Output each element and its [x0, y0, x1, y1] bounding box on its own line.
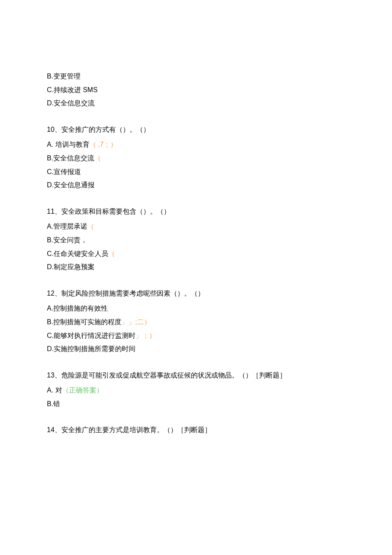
- option-row: D.安全信息通报: [47, 180, 345, 191]
- option-prefix: B.: [47, 400, 53, 407]
- document-page: B.变更管理C.持续改进 SMSD.安全信息交流10、安全推广的方式有（）。（）…: [0, 0, 392, 555]
- option-text: 实施控制措施所需要的时间: [54, 345, 135, 352]
- question-text: 11、安全政策和目标需要包含（）。（）: [47, 206, 345, 217]
- question-label: 10、安全推广的方式有（）。（）: [47, 126, 150, 133]
- question-label: 14、安全推广的主要方式是培训教育。（）［判断题］: [47, 426, 211, 433]
- option-prefix: B.: [47, 154, 53, 162]
- option-text: 管理层承诺: [53, 223, 87, 230]
- option-prefix: D.: [47, 263, 54, 270]
- option-prefix: C.: [47, 250, 54, 257]
- option-row: B.安全信息交流（: [47, 153, 345, 164]
- option-row: B.错: [47, 398, 345, 410]
- option-row: B.安全问责，: [47, 235, 345, 246]
- option-text: 安全问责，: [53, 236, 87, 244]
- option-text: 控制措施的有效性: [53, 305, 108, 312]
- option-row: D.实施控制措施所需要的时间: [47, 343, 345, 355]
- option-row: D.安全信息交流: [47, 98, 345, 109]
- question-text: 12、制定风险控制措施需要考虑呢些因素（）。（）: [47, 288, 345, 299]
- option-text: 错: [53, 400, 60, 407]
- option-text: 安全信息交流: [53, 154, 94, 162]
- option-prefix: A.: [47, 141, 55, 148]
- option-row: A.控制措施的有效性: [47, 303, 345, 314]
- question-text: 13、危险源是可能引发或促成航空器事故或征候的状况或物品。（）［判断题］: [47, 370, 345, 381]
- content-container: B.变更管理C.持续改进 SMSD.安全信息交流10、安全推广的方式有（）。（）…: [47, 71, 345, 436]
- option-prefix: A.: [47, 223, 53, 230]
- option-row: A.管理层承诺（: [47, 221, 345, 232]
- question-label: 11、安全政策和目标需要包含（）。（）: [47, 208, 170, 215]
- option-row: B.控制措施可实施的程度」」;二）: [47, 317, 345, 328]
- option-prefix: B.: [47, 318, 53, 325]
- option-text: 安全信息通报: [54, 181, 95, 189]
- option-text: 任命关键安全人员: [54, 250, 108, 257]
- option-prefix: B.: [47, 73, 53, 80]
- option-row: C.任命关键安全人员（: [47, 248, 345, 259]
- option-suffix: 」；）: [135, 332, 156, 339]
- option-suffix: （: [87, 223, 94, 230]
- option-suffix: （: [94, 154, 101, 162]
- option-prefix: D.: [47, 181, 54, 189]
- option-row: A. 对（正确答案）: [47, 385, 345, 396]
- option-row: C.宣传报道: [47, 166, 345, 177]
- option-prefix: D.: [47, 99, 54, 107]
- option-row: D.制定应急预案: [47, 262, 345, 273]
- option-suffix: （ ,7；）: [89, 141, 118, 148]
- option-suffix: （: [108, 250, 115, 257]
- option-prefix: A.: [47, 305, 53, 312]
- question-text: 14、安全推广的主要方式是培训教育。（）［判断题］: [47, 424, 345, 436]
- option-prefix: C.: [47, 332, 54, 339]
- question-label: 12、制定风险控制措施需要考虑呢些因素（）。（）: [47, 290, 205, 297]
- option-text: 培训与教育: [55, 141, 89, 148]
- correct-answer-label: （正确答案）: [62, 386, 103, 394]
- option-row: C.持续改进 SMS: [47, 84, 345, 96]
- question-label: 13、危险源是可能引发或促成航空器事故或征候的状况或物品。（）［判断题］: [47, 372, 286, 379]
- option-text: 变更管理: [53, 73, 81, 80]
- question-text: 10、安全推广的方式有（）。（）: [47, 124, 345, 135]
- option-prefix: C.: [47, 168, 54, 175]
- option-suffix: 」」;二）: [121, 318, 150, 325]
- option-row: C.能够对执行情况进行监测时」；）: [47, 330, 345, 341]
- option-row: A. 培训与教育（ ,7；）: [47, 139, 345, 150]
- option-prefix: B.: [47, 236, 53, 244]
- option-text: 控制措施可实施的程度: [53, 318, 121, 325]
- option-text: 对: [55, 386, 62, 394]
- option-row: B.变更管理: [47, 71, 345, 82]
- option-text: 宣传报道: [54, 168, 81, 175]
- option-text: 能够对执行情况进行监测时: [54, 332, 135, 339]
- option-text: 制定应急预案: [54, 263, 95, 270]
- option-text: 持续改进 SMS: [54, 86, 98, 93]
- option-prefix: C.: [47, 86, 54, 93]
- option-text: 安全信息交流: [54, 99, 95, 107]
- option-prefix: A.: [47, 386, 55, 394]
- option-prefix: D.: [47, 345, 54, 352]
